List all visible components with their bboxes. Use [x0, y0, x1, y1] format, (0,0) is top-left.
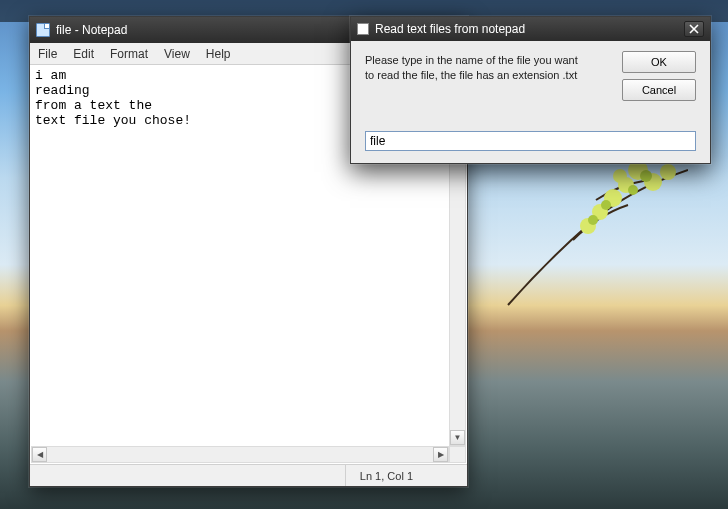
cancel-button[interactable]: Cancel [622, 79, 696, 101]
scroll-right-icon[interactable]: ▶ [433, 447, 448, 462]
menu-format[interactable]: Format [102, 44, 156, 64]
svg-point-6 [613, 169, 627, 183]
close-icon [689, 24, 699, 34]
svg-point-8 [640, 170, 652, 182]
scrollbar-corner [449, 446, 466, 463]
ok-button[interactable]: OK [622, 51, 696, 73]
input-dialog: Read text files from notepad Please type… [350, 16, 711, 164]
menu-help[interactable]: Help [198, 44, 239, 64]
filename-input[interactable] [365, 131, 696, 151]
notepad-title: file - Notepad [56, 23, 127, 37]
dialog-body: Please type in the name of the file you … [351, 41, 710, 163]
svg-point-9 [628, 185, 638, 195]
svg-point-7 [660, 164, 676, 180]
close-button[interactable] [684, 21, 704, 37]
dialog-app-icon [357, 23, 369, 35]
dialog-titlebar[interactable]: Read text files from notepad [351, 17, 710, 41]
menu-view[interactable]: View [156, 44, 198, 64]
svg-point-10 [601, 200, 611, 210]
status-position: Ln 1, Col 1 [345, 465, 427, 486]
statusbar: Ln 1, Col 1 [30, 464, 467, 486]
menu-edit[interactable]: Edit [65, 44, 102, 64]
notepad-doc-icon [36, 23, 50, 37]
dialog-message: Please type in the name of the file you … [365, 53, 581, 83]
menu-file[interactable]: File [30, 44, 65, 64]
dialog-title: Read text files from notepad [375, 22, 525, 36]
svg-point-11 [588, 215, 598, 225]
scrollbar-horizontal[interactable]: ◀ ▶ [31, 446, 449, 463]
scroll-left-icon[interactable]: ◀ [32, 447, 47, 462]
scroll-down-icon[interactable]: ▼ [450, 430, 465, 445]
